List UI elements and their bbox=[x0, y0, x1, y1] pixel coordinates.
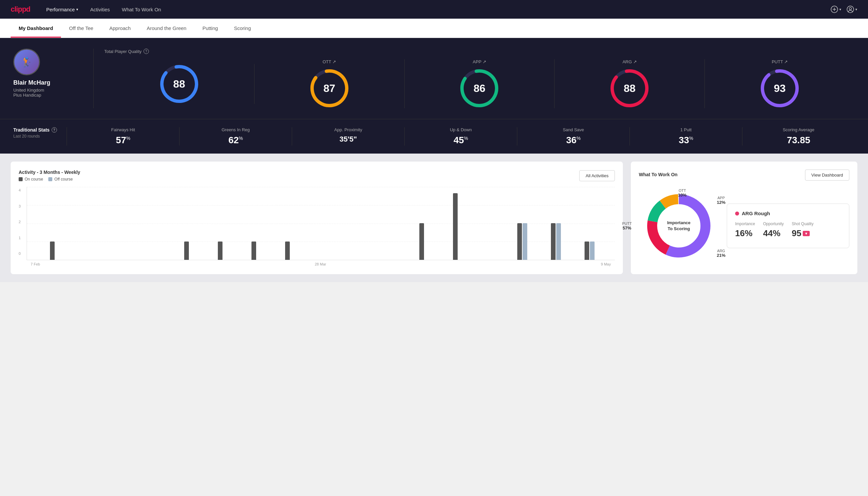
chart-container: 4 3 2 1 0 bbox=[19, 187, 615, 266]
add-button[interactable]: ▾ bbox=[831, 6, 841, 13]
bar-on-12 bbox=[419, 223, 424, 260]
avatar: 🏌 bbox=[13, 49, 40, 75]
legend-off-course: Off course bbox=[48, 177, 73, 182]
bar-off-16 bbox=[556, 223, 561, 260]
all-activities-button[interactable]: All Activities bbox=[579, 170, 615, 181]
putt-label: PUTT ↗ bbox=[772, 59, 788, 64]
chevron-down-icon: ▾ bbox=[839, 7, 841, 12]
detail-header: ARG Rough bbox=[735, 211, 841, 216]
stats-label-col: Traditional Stats ? Last 20 rounds bbox=[13, 127, 67, 139]
chart-area bbox=[27, 187, 615, 260]
stats-period: Last 20 rounds bbox=[13, 134, 59, 139]
tab-approach[interactable]: Approach bbox=[101, 19, 139, 37]
view-dashboard-button[interactable]: View Dashboard bbox=[805, 170, 849, 181]
detail-metrics: Importance 16% Opportunity 44% Shot Qual… bbox=[735, 221, 841, 238]
bar-group-17 bbox=[573, 187, 605, 260]
bar-group-8 bbox=[271, 187, 303, 260]
legend-on-course: On course bbox=[19, 177, 43, 182]
bar-group-7 bbox=[238, 187, 270, 260]
stat-items: Fairways Hit 57% Greens In Reg 62% App. … bbox=[67, 127, 855, 145]
detail-card: ARG Rough Importance 16% Opportunity 44%… bbox=[727, 203, 849, 248]
user-menu-button[interactable]: ▾ bbox=[847, 6, 857, 13]
bar-on-17 bbox=[585, 242, 589, 260]
bar-group-12 bbox=[405, 187, 438, 260]
tab-around-the-green[interactable]: Around the Green bbox=[139, 19, 194, 37]
stat-sand-save: Sand Save 36% bbox=[517, 127, 630, 145]
player-name: Blair McHarg bbox=[13, 79, 50, 86]
bar-on-5 bbox=[184, 242, 189, 260]
stat-app-proximity: App. Proximity 35'5" bbox=[292, 127, 404, 145]
wtwo-header: What To Work On View Dashboard bbox=[639, 170, 849, 181]
activity-title: Activity - 3 Months - Weekly bbox=[19, 170, 80, 175]
scores-section: Total Player Quality ? 88 bbox=[93, 49, 855, 108]
off-course-dot bbox=[48, 177, 52, 181]
stat-up-down: Up & Down 45% bbox=[404, 127, 517, 145]
arg-circle: 88 bbox=[610, 68, 649, 108]
overall-score: 88 bbox=[104, 64, 254, 104]
what-to-work-on-card: What To Work On View Dashboard Importanc… bbox=[631, 161, 857, 274]
player-handicap: Plus Handicap bbox=[13, 93, 41, 98]
stat-fairways-hit: Fairways Hit 57% bbox=[67, 127, 179, 145]
y-axis: 4 3 2 1 0 bbox=[19, 187, 21, 257]
stats-bar: Traditional Stats ? Last 20 rounds Fairw… bbox=[0, 119, 868, 154]
donut-label-ott: OTT10% bbox=[678, 188, 686, 198]
nav-performance[interactable]: Performance ▾ bbox=[46, 7, 78, 12]
detail-category-dot bbox=[735, 212, 739, 216]
activity-card: Activity - 3 Months - Weekly On course O… bbox=[11, 161, 623, 274]
bottom-section: Activity - 3 Months - Weekly On course O… bbox=[0, 154, 868, 282]
stats-help-icon[interactable]: ? bbox=[52, 127, 57, 133]
bar-on-16 bbox=[551, 223, 556, 260]
detail-importance: Importance 16% bbox=[735, 221, 755, 238]
bar-group-5 bbox=[171, 187, 203, 260]
bar-off-15 bbox=[523, 223, 527, 260]
bar-on-8 bbox=[285, 242, 290, 260]
app-circle: 86 bbox=[459, 68, 499, 108]
app-label: APP ↗ bbox=[473, 59, 486, 64]
svg-point-4 bbox=[849, 7, 852, 10]
app-value: 86 bbox=[474, 82, 486, 95]
detail-shot-quality: Shot Quality 95 ▼ bbox=[792, 221, 814, 238]
bar-group-1 bbox=[36, 187, 68, 260]
nav-links: Performance ▾ Activities What To Work On bbox=[46, 7, 831, 12]
ott-circle: 87 bbox=[310, 68, 349, 108]
donut-label-putt: PUTT57% bbox=[622, 221, 632, 231]
tab-off-the-tee[interactable]: Off the Tee bbox=[61, 19, 101, 37]
putt-circle: 93 bbox=[760, 68, 800, 108]
tab-putting[interactable]: Putting bbox=[194, 19, 226, 37]
chart-bars bbox=[31, 187, 611, 260]
arg-score: ARG ↗ 88 bbox=[555, 59, 705, 108]
ott-score: OTT ↗ 87 bbox=[254, 59, 405, 108]
x-axis: 7 Feb 28 Mar 9 May bbox=[27, 260, 615, 266]
nav-what-to-work-on[interactable]: What To Work On bbox=[122, 7, 161, 12]
stat-1-putt: 1 Putt 33% bbox=[630, 127, 742, 145]
tab-my-dashboard[interactable]: My Dashboard bbox=[11, 19, 61, 37]
tpq-help-icon[interactable]: ? bbox=[144, 49, 149, 54]
ott-label: OTT ↗ bbox=[323, 59, 336, 64]
activity-card-header: Activity - 3 Months - Weekly On course O… bbox=[19, 170, 615, 182]
arg-value: 88 bbox=[624, 82, 635, 95]
tab-scoring[interactable]: Scoring bbox=[226, 19, 259, 37]
nav-activities[interactable]: Activities bbox=[90, 7, 110, 12]
nav-right: ▾ ▾ bbox=[831, 6, 857, 13]
activity-legend: On course Off course bbox=[19, 177, 80, 182]
score-circles: 88 OTT ↗ 87 bbox=[104, 59, 855, 108]
stats-title: Traditional Stats ? bbox=[13, 127, 59, 133]
bar-on-7 bbox=[251, 242, 256, 260]
tpq-label: Total Player Quality ? bbox=[104, 49, 855, 54]
putt-value: 93 bbox=[774, 82, 786, 95]
x-label-feb: 7 Feb bbox=[31, 262, 40, 266]
wtwo-content: Importance To Scoring OTT10% APP12% ARG2… bbox=[639, 186, 849, 266]
hero-top: 🏌 Blair McHarg United Kingdom Plus Handi… bbox=[13, 49, 855, 108]
putt-score: PUTT ↗ 93 bbox=[705, 59, 855, 108]
tab-bar: My Dashboard Off the Tee Approach Around… bbox=[0, 19, 868, 38]
bar-off-17 bbox=[590, 242, 595, 260]
donut-label-app: APP12% bbox=[717, 196, 725, 205]
bar-on-15 bbox=[517, 223, 522, 260]
arg-label: ARG ↗ bbox=[622, 59, 637, 64]
chevron-down-icon: ▾ bbox=[76, 7, 78, 12]
bar-group-6 bbox=[204, 187, 236, 260]
donut-center-label: Importance To Scoring bbox=[667, 220, 691, 232]
shot-quality-badge: ▼ bbox=[803, 231, 810, 236]
overall-circle: 88 bbox=[159, 64, 199, 104]
bar-group-13 bbox=[439, 187, 471, 260]
